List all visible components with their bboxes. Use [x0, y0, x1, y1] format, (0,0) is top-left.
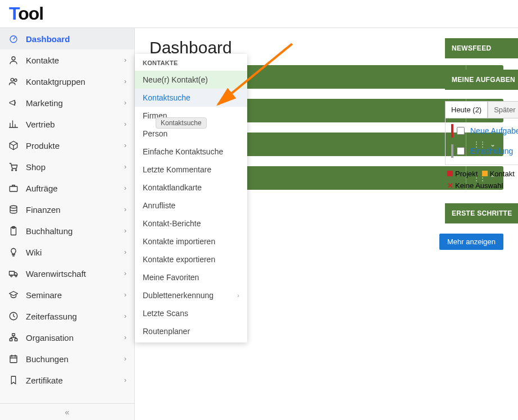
flyout-item-kontaktsuche[interactable]: Kontaktsuche	[135, 89, 247, 107]
bulb-icon	[8, 247, 19, 257]
flyout-label: Kontaktsuche	[143, 93, 190, 102]
sidebar-collapse[interactable]: «	[0, 403, 134, 420]
sidebar-item-shop[interactable]: Shop ›	[0, 156, 134, 177]
flyout-item-letzte-scans[interactable]: Letzte Scans	[135, 304, 247, 322]
sidebar-item-organisation[interactable]: Organisation ›	[0, 327, 134, 348]
sidebar-label: Buchhaltung	[26, 226, 72, 236]
sidebar-item-dashboard[interactable]: Dashboard	[0, 28, 134, 49]
flyout-item-neue-r-kontakt-e-[interactable]: Neue(r) Kontakt(e)	[135, 71, 247, 89]
sidebar-item-vertrieb[interactable]: Vertrieb ›	[0, 113, 134, 135]
flyout-item-kontakte-exportieren[interactable]: Kontakte exportieren	[135, 250, 247, 268]
first-steps-panel[interactable]: ERSTE SCHRITTE	[445, 203, 518, 223]
chevron-right-icon: ›	[124, 184, 126, 192]
legend-projekt: Projekt	[455, 170, 478, 178]
flyout-item-dublettenerkennung[interactable]: Dublettenerkennung›	[135, 286, 247, 304]
task-checkbox[interactable]	[457, 127, 465, 135]
tooltip: Kontaktsuche	[156, 117, 207, 129]
right-column: NEWSFEED MEINE AUFGABEN Heute (2)Später …	[445, 38, 518, 235]
sidebar-item-marketing[interactable]: Marketing ›	[0, 92, 134, 113]
show-more-button[interactable]: Mehr anzeigen	[439, 234, 503, 250]
sidebar-item-finanzen[interactable]: Finanzen ›	[0, 199, 134, 220]
chevron-right-icon: ›	[237, 292, 239, 299]
flyout-item-einfache-kontaktsuche[interactable]: Einfache Kontaktsuche	[135, 143, 247, 161]
sidebar-label: Warenwirtschaft	[26, 269, 86, 279]
tasks-panel[interactable]: MEINE AUFGABEN	[445, 70, 518, 90]
clipboard-icon	[8, 226, 19, 236]
sidebar-label: Shop	[26, 162, 46, 172]
sidebar-item-buchungen[interactable]: Buchungen ›	[0, 348, 134, 369]
sidebar-label: Kontaktgruppen	[26, 77, 85, 86]
sidebar-item-buchhaltung[interactable]: Buchhaltung ›	[0, 220, 134, 241]
flyout-label: Neue(r) Kontakt(e)	[143, 75, 208, 84]
flyout-label: Routenplaner	[143, 327, 190, 336]
flyout-header: KONTAKTE	[135, 54, 247, 71]
task-tabs: Heute (2)Später	[445, 101, 518, 118]
svg-rect-10	[10, 271, 15, 275]
sidebar-label: Wiki	[26, 248, 42, 257]
flyout-item-anrufliste[interactable]: Anrufliste	[135, 197, 247, 214]
flyout-label: Kontaktlandkarte	[143, 183, 202, 192]
sidebar-item-wiki[interactable]: Wiki ›	[0, 241, 134, 263]
svg-point-4	[12, 170, 13, 171]
flyout-item-kontakt-berichte[interactable]: Kontakt-Berichte	[135, 214, 247, 232]
ribbon-icon	[8, 375, 19, 385]
sidebar-label: Zertifikate	[26, 376, 63, 385]
newsfeed-panel[interactable]: NEWSFEED	[445, 38, 518, 58]
cube-icon	[8, 140, 19, 150]
bars-icon	[8, 119, 19, 129]
flyout-label: Anrufliste	[143, 201, 175, 210]
svg-point-11	[11, 275, 12, 277]
sidebar-label: Buchungen	[26, 354, 69, 364]
clock-icon	[8, 311, 19, 321]
flyout-item-meine-favoriten[interactable]: Meine Favoriten	[135, 268, 247, 286]
legend-kontakt: Kontakt	[490, 170, 515, 178]
flyout-item-kontaktlandkarte[interactable]: Kontaktlandkarte	[135, 179, 247, 197]
task-row[interactable]: Neue Aufgabe	[446, 121, 518, 141]
chevron-right-icon: ›	[124, 99, 126, 107]
sidebar-label: Kontakte	[26, 56, 59, 65]
sidebar-item-zertifikate[interactable]: Zertifikate ›	[0, 369, 134, 391]
chevron-right-icon: ›	[124, 206, 126, 213]
chevron-right-icon: ›	[124, 227, 126, 235]
sidebar-item-kontakte[interactable]: Kontakte ›	[0, 49, 134, 71]
truck-icon	[8, 268, 19, 279]
svg-point-5	[15, 170, 16, 171]
sidebar-item-produkte[interactable]: Produkte ›	[0, 135, 134, 156]
task-tab[interactable]: Heute (2)	[445, 101, 488, 118]
sidebar-item-warenwirtschaft[interactable]: Warenwirtschaft ›	[0, 263, 134, 284]
sidebar-item-kontaktgruppen[interactable]: Kontaktgruppen ›	[0, 71, 134, 92]
sidebar-label: Aufträge	[26, 184, 58, 193]
chevron-right-icon: ›	[124, 270, 126, 277]
cal-icon	[8, 354, 19, 364]
sidebar-label: Vertrieb	[26, 120, 55, 129]
chevron-right-icon: ›	[124, 120, 126, 128]
legend-keine: Keine Auswahl	[455, 181, 503, 190]
sidebar-item-zeiterfassung[interactable]: Zeiterfassung ›	[0, 305, 134, 327]
task-link[interactable]: Neue Aufgabe	[470, 126, 518, 135]
flyout-item-kontakte-importieren[interactable]: Kontakte importieren	[135, 232, 247, 250]
sidebar-item-aufträge[interactable]: Aufträge ›	[0, 177, 134, 199]
chevron-right-icon: ›	[124, 56, 126, 64]
org-icon	[8, 332, 19, 343]
sidebar-item-seminare[interactable]: Seminare ›	[0, 284, 134, 305]
task-link[interactable]: Einschulung	[470, 147, 513, 156]
svg-point-2	[11, 78, 13, 81]
app-header: Tool	[0, 0, 518, 28]
task-tab[interactable]: Später	[488, 101, 518, 118]
sidebar-label: Produkte	[26, 141, 60, 150]
sidebar-label: Finanzen	[26, 205, 61, 214]
chevron-right-icon: ›	[124, 141, 126, 149]
logo-t: T	[9, 3, 18, 24]
task-legend: Projekt Kontakt ✕Keine Auswahl	[445, 165, 518, 192]
chevron-right-icon: ›	[124, 312, 126, 320]
dashboard-icon	[8, 34, 19, 44]
flyout-item-routenplaner[interactable]: Routenplaner	[135, 322, 247, 340]
flyout-label: Person	[143, 129, 167, 138]
chevron-right-icon: ›	[124, 77, 126, 85]
kontakte-flyout: KONTAKTE Neue(r) Kontakt(e)KontaktsucheF…	[135, 54, 247, 343]
chevron-right-icon: ›	[124, 376, 126, 384]
task-row[interactable]: Einschulung	[446, 141, 518, 161]
task-checkbox[interactable]	[457, 147, 465, 155]
flyout-item-letzte-kommentare[interactable]: Letzte Kommentare	[135, 161, 247, 179]
logo: Tool	[9, 3, 43, 24]
